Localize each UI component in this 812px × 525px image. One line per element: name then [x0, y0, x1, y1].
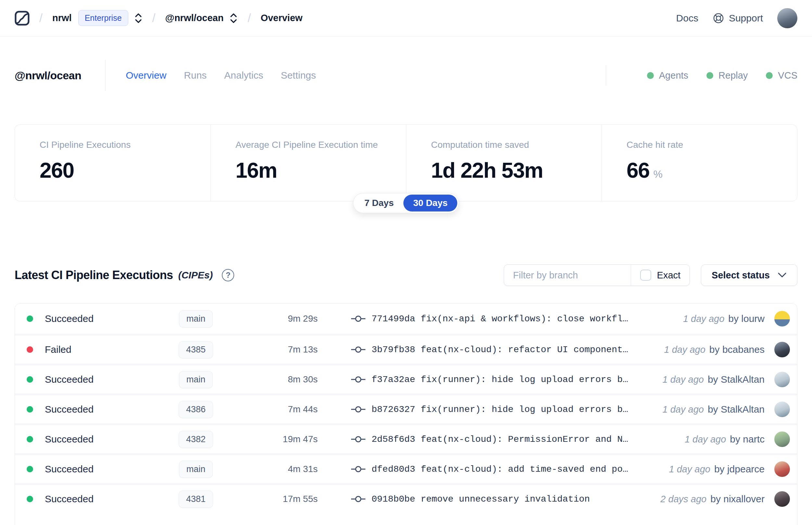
table-row[interactable]: Succeeded main 8m 30s f37a32ae fix(runne…	[15, 363, 797, 393]
workspace-header: @nrwl/ocean Overview Runs Analytics Sett…	[15, 58, 797, 93]
org-switcher-icon[interactable]	[134, 13, 142, 24]
author-avatar[interactable]	[774, 461, 790, 477]
table-row[interactable]: Succeeded main 9m 29s 771499da fix(nx-ap…	[15, 304, 797, 334]
author-avatar[interactable]	[774, 432, 790, 447]
stat-label: Cache hit rate	[627, 140, 797, 150]
time-ago: 1 day ago	[669, 464, 710, 475]
time-ago: 1 day ago	[685, 434, 726, 445]
commit-text[interactable]: 0918b0be remove unnecessary invalidation	[366, 494, 660, 504]
user-avatar[interactable]	[777, 8, 797, 28]
status-label: Succeeded	[45, 313, 152, 324]
commit-hash: dfed80d3	[371, 464, 415, 474]
commit-text[interactable]: 2d58f6d3 feat(nx-cloud): PermissionError…	[366, 434, 685, 445]
status-dot-icon	[766, 72, 773, 79]
nx-cloud-logo[interactable]	[15, 11, 30, 26]
status-label: Succeeded	[45, 404, 152, 415]
table-row[interactable]: Succeeded main 4m 31s dfed80d3 feat(nx-c…	[15, 453, 797, 483]
workspace-tabs: Overview Runs Analytics Settings	[126, 70, 316, 81]
status-label: Succeeded	[45, 464, 152, 475]
author: by nartc	[730, 434, 765, 445]
author-avatar[interactable]	[774, 491, 790, 507]
table-row[interactable]: Failed 4385 7m 13s 3b79fb38 feat(nx-clou…	[15, 334, 797, 363]
stat-cache-hit-rate: Cache hit rate 66%	[601, 125, 797, 201]
commit-hash: 2d58f6d3	[371, 434, 415, 445]
tab-settings[interactable]: Settings	[281, 70, 316, 81]
git-commit-icon	[351, 376, 366, 384]
exact-filter: Exact	[631, 265, 690, 286]
author-avatar[interactable]	[774, 402, 790, 417]
row-meta: 1 day ago by lourw	[683, 313, 765, 324]
duration: 4m 31s	[288, 464, 318, 474]
status-dot	[27, 406, 33, 412]
author: by nixallover	[710, 494, 765, 505]
time-ago: 2 days ago	[660, 494, 706, 505]
status-dot	[27, 376, 33, 383]
commit-hash: 771499da	[371, 314, 415, 324]
support-link[interactable]: Support	[713, 12, 763, 24]
status-dot	[27, 466, 33, 472]
time-ago: 1 day ago	[663, 404, 704, 415]
branch-badge[interactable]: 4386	[179, 401, 213, 418]
commit-text[interactable]: 3b79fb38 feat(nx-cloud): refactor UI com…	[366, 345, 664, 355]
branch-badge[interactable]: 4385	[179, 341, 213, 358]
git-commit-icon	[351, 315, 366, 322]
status-dot-icon	[706, 72, 713, 79]
time-ago: 1 day ago	[663, 374, 704, 385]
stat-value: 16m	[235, 158, 406, 183]
stat-computation-time-saved: Computation time saved 1d 22h 53m	[406, 125, 601, 201]
author: by lourw	[728, 313, 765, 324]
time-ago: 1 day ago	[664, 344, 705, 355]
breadcrumb-org[interactable]: nrwl	[52, 13, 72, 24]
branch-badge[interactable]: main	[179, 371, 213, 388]
range-7-days[interactable]: 7 Days	[355, 195, 403, 211]
commit-hash: 0918b0be	[371, 494, 415, 504]
feature-replay: Replay	[706, 70, 748, 81]
range-30-days[interactable]: 30 Days	[403, 195, 457, 211]
exact-checkbox[interactable]	[640, 270, 651, 281]
stats-card-row: CI Pipeline Executions 260 Average CI Pi…	[15, 124, 797, 201]
status-select-dropdown[interactable]: Select status	[701, 265, 797, 286]
tab-overview[interactable]: Overview	[126, 70, 166, 81]
commit-hash: b8726327	[371, 404, 415, 415]
branch-filter-group: Exact	[504, 265, 690, 286]
branch-badge[interactable]: 4381	[179, 491, 213, 508]
branch-badge[interactable]: 4382	[179, 431, 213, 448]
status-dot-icon	[647, 72, 654, 79]
row-meta: 1 day ago by StalkAltan	[663, 374, 765, 385]
stat-value: 1d 22h 53m	[431, 158, 601, 183]
top-nav: / nrwl Enterprise / @nrwl/ocean / Overvi…	[0, 0, 812, 36]
author-avatar[interactable]	[774, 372, 790, 387]
author-avatar[interactable]	[774, 311, 790, 327]
commit-text[interactable]: 771499da fix(nx-api & workflows): close …	[366, 314, 683, 324]
git-commit-icon	[351, 405, 366, 413]
docs-link[interactable]: Docs	[676, 13, 698, 24]
cipe-list-header: Latest CI Pipeline Executions (CIPEs) ? …	[15, 265, 797, 286]
author: by jdpearce	[714, 464, 765, 475]
table-row[interactable]: Succeeded 4382 19m 47s 2d58f6d3 feat(nx-…	[15, 423, 797, 453]
tab-runs[interactable]: Runs	[184, 70, 206, 81]
commit-text[interactable]: dfed80d3 feat(nx-cloud): add time-saved …	[366, 464, 669, 474]
branch-filter-input[interactable]	[504, 265, 631, 286]
table-row[interactable]: Succeeded 4386 7m 44s b8726327 fix(runne…	[15, 393, 797, 423]
commit-text[interactable]: f37a32ae fix(runner): hide log upload er…	[366, 375, 663, 385]
workspace-switcher-icon[interactable]	[229, 13, 238, 24]
commit-message: feat(nx-cloud): refactor UI component…	[420, 345, 628, 355]
help-icon[interactable]: ?	[222, 269, 234, 281]
author-avatar[interactable]	[774, 342, 790, 357]
table-row[interactable]: Succeeded 4381 17m 55s 0918b0be remove u…	[15, 483, 797, 513]
tab-analytics[interactable]: Analytics	[224, 70, 263, 81]
workspace-title: @nrwl/ocean	[15, 69, 81, 82]
divider	[606, 65, 606, 86]
branch-badge[interactable]: main	[179, 461, 213, 478]
chevron-down-icon	[778, 272, 787, 278]
cipe-table: Succeeded main 9m 29s 771499da fix(nx-ap…	[15, 303, 797, 525]
breadcrumb-separator: /	[247, 11, 251, 25]
branch-badge[interactable]: main	[179, 310, 213, 328]
row-meta: 2 days ago by nixallover	[660, 494, 765, 505]
commit-text[interactable]: b8726327 fix(runner): hide log upload er…	[366, 404, 663, 415]
enterprise-badge: Enterprise	[78, 10, 128, 26]
exact-label: Exact	[657, 270, 681, 281]
breadcrumb-workspace[interactable]: @nrwl/ocean	[165, 13, 224, 24]
status-select-label: Select status	[711, 270, 770, 281]
date-range-toggle: 7 Days 30 Days	[353, 193, 459, 213]
